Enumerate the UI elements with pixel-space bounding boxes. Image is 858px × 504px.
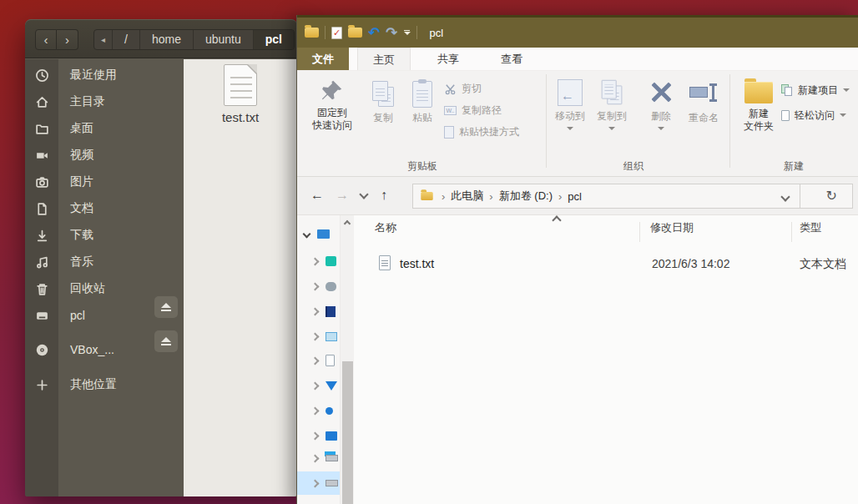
address-crumb-this-pc[interactable]: 此电脑 (447, 189, 487, 204)
easy-access-button[interactable]: 轻松访问 (781, 106, 846, 124)
address-crumb-new-volume-d[interactable]: 新加卷 (D:) (496, 189, 556, 204)
rename-button[interactable]: 重命名 (681, 81, 726, 124)
file-test-txt[interactable]: test.txt (184, 59, 297, 124)
address-dropdown-caret-icon[interactable] (780, 192, 790, 201)
tree-chevron-icon[interactable] (311, 454, 320, 462)
tree-item-local-disk-c[interactable] (297, 446, 340, 470)
sidebar-item-home[interactable]: 主目录 (25, 89, 184, 114)
tree-item-pictures[interactable] (297, 325, 340, 348)
breadcrumb-pcl[interactable]: pcl (254, 30, 294, 49)
tree-chevron-icon[interactable] (311, 381, 320, 390)
tree-item-this-pc[interactable] (297, 222, 340, 245)
nautilus-window: ‹ › ◂ / home ubuntu pcl 最近使用 主目录 (25, 19, 297, 496)
move-to-icon: ← (558, 79, 583, 106)
new-folder-icon[interactable] (348, 28, 362, 38)
scrollbar-thumb[interactable] (342, 361, 353, 504)
delete-button[interactable]: 删除 (643, 81, 679, 130)
nav-forward-icon[interactable]: → (336, 189, 349, 202)
new-item-button[interactable]: 新建项目 (781, 81, 850, 99)
tree-item-music[interactable] (297, 399, 340, 422)
sidebar-item-label: 回收站 (70, 281, 105, 296)
new-item-icon (781, 84, 793, 96)
tree-chevron-icon[interactable] (311, 257, 320, 265)
back-button[interactable]: ‹ (35, 29, 57, 50)
new-folder-big-icon (744, 82, 773, 103)
sidebar-item-label: 图片 (70, 174, 93, 189)
column-header-name[interactable]: 名称 (375, 220, 396, 235)
tree-item-videos[interactable] (297, 300, 340, 323)
tree-item-downloads[interactable] (297, 374, 340, 397)
cut-button[interactable]: 剪切 (444, 79, 482, 98)
tree-chevron-icon[interactable] (311, 307, 320, 315)
copy-path-button[interactable]: W.. 复制路径 (444, 101, 502, 119)
eject-vbox-button[interactable] (154, 330, 178, 352)
tree-item-videos-camera[interactable] (297, 275, 340, 298)
tree-expanded-chevron-icon[interactable] (303, 229, 311, 238)
tab-view[interactable]: 查看 (486, 48, 538, 70)
tree-item-3d-objects[interactable] (297, 249, 340, 273)
sidebar-item-other-locations[interactable]: 其他位置 (25, 372, 184, 397)
path-scroll-left-icon[interactable]: ◂ (94, 30, 113, 49)
address-box[interactable]: › 此电脑 › 新加卷 (D:) › pcl ↻ (412, 184, 853, 209)
text-file-icon (224, 64, 257, 106)
forward-button[interactable]: › (57, 29, 78, 50)
crumb-separator: › (439, 190, 447, 203)
explorer-content: 名称 修改日期 类型 test.txt 2021/6/3 14:02 文本文档 (297, 215, 858, 504)
customize-quick-access-icon[interactable] (404, 30, 411, 35)
tree-item-new-volume-d[interactable] (297, 471, 340, 495)
scissors-icon (444, 83, 457, 95)
address-crumb-pcl[interactable]: pcl (564, 190, 585, 203)
tab-file[interactable]: 文件 (297, 48, 349, 70)
tab-home[interactable]: 主页 (357, 48, 411, 70)
nav-up-icon[interactable]: ↑ (381, 189, 387, 202)
sidebar-item-music[interactable]: 音乐 (25, 249, 184, 275)
tree-chevron-icon[interactable] (311, 356, 320, 365)
sidebar-item-documents[interactable]: 文档 (25, 196, 184, 221)
local-disk-icon (326, 455, 338, 461)
file-name-cell: test.txt (400, 257, 434, 270)
sidebar-item-recent[interactable]: 最近使用 (25, 63, 184, 88)
tree-item-documents[interactable] (297, 349, 340, 372)
tree-chevron-icon[interactable] (311, 479, 320, 487)
column-header-date-modified[interactable]: 修改日期 (650, 220, 694, 235)
pin-to-quick-access-button[interactable]: 固定到快速访问 (304, 78, 361, 132)
sidebar-item-desktop[interactable]: 桌面 (25, 116, 184, 141)
group-label-clipboard: 剪贴板 (389, 159, 456, 174)
tree-chevron-icon[interactable] (311, 332, 320, 340)
move-to-button[interactable]: ← 移动到 (551, 79, 589, 130)
file-row-test-txt[interactable]: test.txt 2021/6/3 14:02 文本文档 (354, 252, 858, 276)
tree-chevron-icon[interactable] (311, 431, 320, 440)
breadcrumb-home[interactable]: home (140, 30, 194, 49)
crumb-separator: › (556, 190, 564, 203)
refresh-icon[interactable]: ↻ (826, 188, 837, 204)
properties-icon[interactable] (331, 27, 342, 39)
breadcrumb-root[interactable]: / (113, 30, 140, 49)
undo-icon[interactable]: ↶ (368, 26, 380, 40)
sidebar-item-pictures[interactable]: 图片 (25, 169, 184, 194)
column-header-type[interactable]: 类型 (800, 220, 821, 235)
nav-back-icon[interactable]: ← (310, 189, 324, 202)
delete-x-icon (650, 81, 672, 103)
breadcrumb: ◂ / home ubuntu pcl (93, 29, 295, 50)
copy-to-button[interactable]: 复制到 (593, 79, 631, 130)
breadcrumb-ubuntu[interactable]: ubuntu (194, 30, 254, 49)
copy-button[interactable]: 复制 (366, 81, 401, 124)
sidebar-item-downloads[interactable]: 下载 (25, 223, 184, 248)
sidebar-item-label: 最近使用 (70, 68, 117, 83)
tree-chevron-icon[interactable] (311, 406, 320, 415)
new-folder-button[interactable]: 新建文件夹 (738, 78, 780, 133)
sidebar-item-videos[interactable]: 视频 (25, 143, 184, 168)
tab-share[interactable]: 共享 (422, 48, 474, 70)
redo-icon[interactable]: ↷ (386, 26, 397, 40)
eject-pcl-button[interactable] (154, 296, 178, 318)
paste-button[interactable]: 粘贴 (406, 81, 439, 124)
paste-shortcut-button[interactable]: 粘贴快捷方式 (444, 123, 519, 141)
camera-icon (326, 282, 336, 291)
scrollbar-up-icon[interactable] (341, 215, 354, 229)
paste-icon (412, 81, 432, 108)
recent-locations-caret-icon[interactable] (359, 189, 368, 199)
dropdown-caret-icon (840, 113, 846, 117)
tree-scrollbar[interactable] (340, 215, 354, 504)
tree-item-desktop[interactable] (297, 424, 340, 447)
tree-chevron-icon[interactable] (311, 282, 320, 290)
